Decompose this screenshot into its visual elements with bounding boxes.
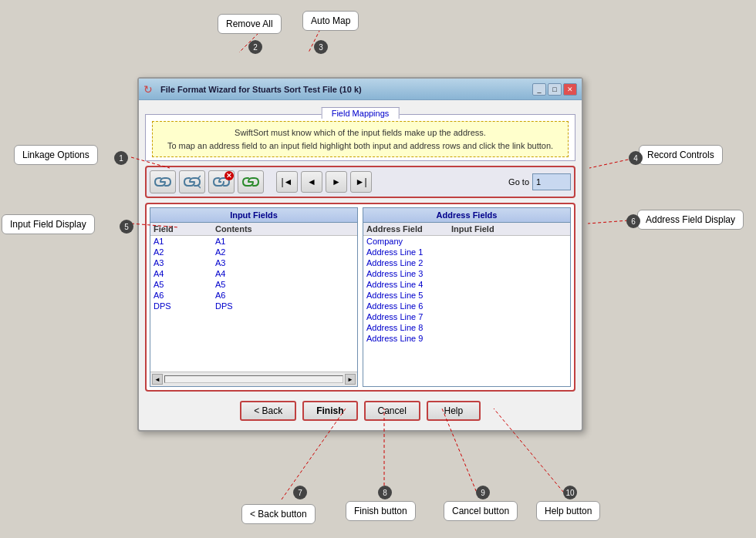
wizard-window: ↻ File Format Wizard for Stuarts Sort Te… <box>137 77 583 432</box>
title-bar: ↻ File Format Wizard for Stuarts Sort Te… <box>139 79 582 100</box>
prev-record-button[interactable]: ◄ <box>301 171 322 193</box>
maximize-button[interactable]: □ <box>548 83 562 96</box>
addr-input-col-header: Input Field <box>451 224 567 234</box>
callout-number-10: 10 <box>563 486 577 499</box>
finish-button-callout: Finish button <box>346 501 416 521</box>
table-row[interactable]: A4A4 <box>150 268 357 279</box>
table-row[interactable]: Address Line 9 <box>363 333 570 344</box>
back-button[interactable]: < Back <box>240 401 296 421</box>
first-record-button[interactable]: |◄ <box>276 171 298 193</box>
help-button[interactable]: Help <box>427 401 481 421</box>
input-fields-col-headers: Field Contents <box>150 223 357 236</box>
callout-number-8: 8 <box>378 486 392 499</box>
table-row[interactable]: Address Line 4 <box>363 279 570 290</box>
input-field-display-callout: Input Field Display <box>2 214 95 234</box>
input-fields-rows[interactable]: A1A1A2A2A3A3A4A4A5A5A6A6DPSDPS <box>150 236 357 372</box>
title-bar-controls: _ □ ✕ <box>532 83 577 96</box>
table-row[interactable]: Address Line 7 <box>363 311 570 322</box>
close-button[interactable]: ✕ <box>563 83 577 96</box>
table-row[interactable]: Address Line 5 <box>363 290 570 301</box>
wizard-icon: ↻ <box>143 83 156 96</box>
unlink-delete-button[interactable]: ✕ <box>208 170 235 193</box>
cancel-button-callout-label: Cancel button <box>452 506 509 516</box>
scroll-left[interactable]: ◄ <box>152 374 163 385</box>
linkage-options-callout: Linkage Options <box>14 145 98 165</box>
scroll-right[interactable]: ► <box>345 374 356 385</box>
input-scrollbar[interactable]: ◄ ► <box>150 372 357 386</box>
address-fields-rows[interactable]: CompanyAddress Line 1Address Line 2Addre… <box>363 236 570 386</box>
record-controls-callout: Record Controls <box>639 145 723 165</box>
cancel-button-callout: Cancel button <box>444 501 518 521</box>
callout-number-4: 4 <box>629 151 643 165</box>
help-button-callout-label: Help button <box>545 506 592 516</box>
bottom-buttons: < Back Finish Cancel Help <box>145 396 575 424</box>
finish-button-callout-label: Finish button <box>354 506 407 516</box>
scroll-track[interactable] <box>164 375 343 383</box>
minimize-button[interactable]: _ <box>532 83 546 96</box>
table-row[interactable]: A5A5 <box>150 279 357 290</box>
callout-number-6: 6 <box>626 214 640 228</box>
tab-label[interactable]: Field Mappings <box>322 107 400 119</box>
table-row[interactable]: Company <box>363 236 570 247</box>
link-green-button[interactable] <box>238 170 264 193</box>
callout-number-3: 3 <box>314 40 328 54</box>
callout-number-9: 9 <box>476 486 490 499</box>
table-row[interactable]: A2A2 <box>150 247 357 257</box>
address-field-display-callout: Address Field Display <box>637 210 744 230</box>
linkage-options-label: Linkage Options <box>22 150 89 160</box>
link-button-2[interactable] <box>179 170 205 193</box>
auto-map-callout: Auto Map <box>302 11 359 31</box>
goto-input[interactable] <box>532 173 571 190</box>
table-row[interactable]: Address Line 1 <box>363 247 570 257</box>
tab-area: Field Mappings SwiftSort must know which… <box>145 114 575 161</box>
toolbar: ✕ |◄ ◄ ► ►| Go to <box>145 166 575 198</box>
table-row[interactable]: DPSDPS <box>150 301 357 311</box>
table-row[interactable]: Address Line 8 <box>363 322 570 333</box>
cancel-button[interactable]: Cancel <box>364 401 420 421</box>
auto-map-label: Auto Map <box>311 15 350 26</box>
table-row[interactable]: Address Line 6 <box>363 301 570 311</box>
back-button-callout: < Back button <box>241 504 316 524</box>
next-record-button[interactable]: ► <box>326 171 347 193</box>
help-button-callout: Help button <box>536 501 600 521</box>
remove-all-callout: Remove All <box>218 14 282 34</box>
field-col-header: Field <box>154 224 215 234</box>
window-title: File Format Wizard for Stuarts Sort Test… <box>160 85 532 94</box>
table-row[interactable]: A3A3 <box>150 257 357 268</box>
address-fields-col-headers: Address Field Input Field <box>363 223 570 236</box>
contents-col-header: Contents <box>215 224 354 234</box>
data-area: Input Fields Field Contents A1A1A2A2A3A3… <box>145 203 575 392</box>
callout-number-5: 5 <box>120 220 133 234</box>
table-row[interactable]: Address Line 2 <box>363 257 570 268</box>
goto-area: Go to <box>508 173 571 190</box>
input-fields-header: Input Fields <box>150 208 357 223</box>
wizard-content: Field Mappings SwiftSort must know which… <box>139 100 582 430</box>
address-fields-panel: Address Fields Address Field Input Field… <box>363 207 571 387</box>
callout-number-2: 2 <box>248 40 262 54</box>
info-line1: SwiftSort must know which of the input f… <box>159 126 562 140</box>
table-row[interactable]: A1A1 <box>150 236 357 247</box>
table-row[interactable]: A6A6 <box>150 290 357 301</box>
last-record-button[interactable]: ►| <box>350 171 372 193</box>
record-controls-label: Record Controls <box>647 150 714 160</box>
address-field-display-label: Address Field Display <box>646 214 735 225</box>
input-fields-panel: Input Fields Field Contents A1A1A2A2A3A3… <box>150 207 358 387</box>
input-field-display-label: Input Field Display <box>10 219 86 230</box>
back-button-callout-label: < Back button <box>250 509 307 520</box>
callout-number-1: 1 <box>114 151 128 165</box>
finish-button[interactable]: Finish <box>302 401 357 421</box>
callout-number-7: 7 <box>293 486 307 499</box>
address-fields-header: Address Fields <box>363 208 570 223</box>
remove-all-label: Remove All <box>226 18 273 29</box>
info-text: SwiftSort must know which of the input f… <box>152 121 569 157</box>
addr-field-col-header: Address Field <box>366 224 451 234</box>
goto-label: Go to <box>508 177 529 187</box>
info-line2: To map an address field to an input fiel… <box>159 140 562 153</box>
link-button-1[interactable] <box>150 170 176 193</box>
table-row[interactable]: Address Line 3 <box>363 268 570 279</box>
